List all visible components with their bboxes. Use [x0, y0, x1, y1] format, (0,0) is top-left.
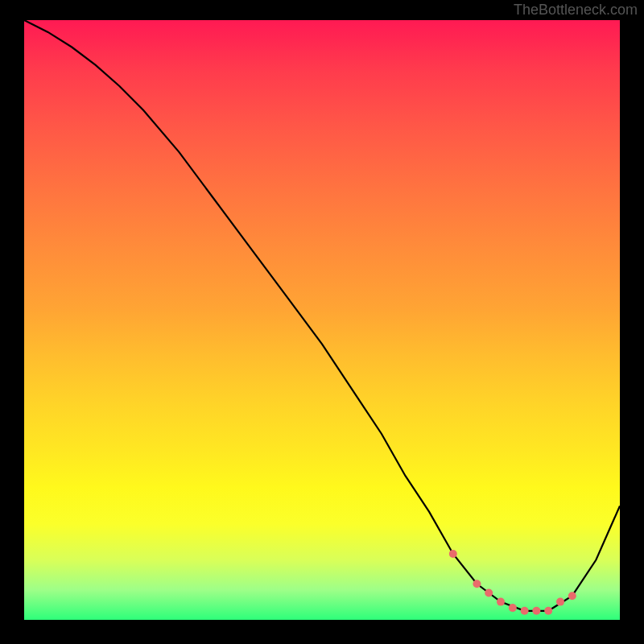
marker-dot	[521, 607, 529, 615]
marker-dot	[497, 598, 505, 606]
marker-dot	[532, 607, 540, 615]
chart-plot-area	[24, 20, 620, 620]
bottleneck-curve	[24, 20, 620, 611]
marker-dot	[509, 604, 517, 612]
marker-zone	[449, 550, 576, 615]
chart-svg	[24, 20, 620, 620]
watermark-text: TheBottleneck.com	[514, 2, 638, 19]
marker-dot	[544, 607, 552, 615]
marker-dot	[556, 598, 564, 606]
marker-dot	[485, 589, 493, 597]
marker-dot	[449, 550, 457, 558]
marker-dot	[568, 592, 576, 600]
marker-dot	[473, 580, 481, 588]
